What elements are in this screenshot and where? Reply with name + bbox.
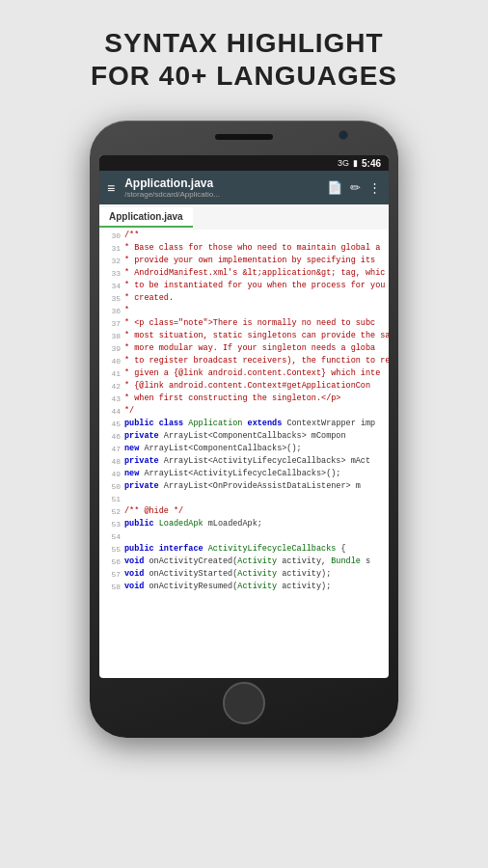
toolbar-title-group: Application.java /storage/sdcard/Applica… <box>124 176 321 199</box>
code-line: 35 * created. <box>99 292 389 305</box>
line-content: */ <box>124 405 134 418</box>
line-number: 46 <box>99 430 124 443</box>
line-content: void onActivityStarted(Activity activity… <box>124 568 331 581</box>
line-number: 49 <box>99 468 124 480</box>
line-number: 54 <box>99 530 124 543</box>
code-line: 42 * {@link android.content.Context#getA… <box>99 380 389 393</box>
code-line: 37 * <p class="note">There is normally n… <box>99 317 389 330</box>
line-content: * Base class for those who need to maint… <box>124 242 380 255</box>
headline-line1: SYNTAX HIGHLIGHT <box>104 28 383 58</box>
line-number: 32 <box>99 255 124 267</box>
line-number: 45 <box>99 418 124 430</box>
headline: SYNTAX HIGHLIGHT FOR 40+ LANGUAGES <box>71 0 417 111</box>
line-number: 58 <box>99 581 124 593</box>
line-number: 33 <box>99 267 124 280</box>
toolbar-subtitle: /storage/sdcard/Applicatio... <box>124 190 321 199</box>
headline-line2: FOR 40+ LANGUAGES <box>91 61 397 91</box>
line-number: 31 <box>99 242 124 255</box>
line-number: 35 <box>99 292 124 305</box>
line-content: void onActivityResumed(Activity activity… <box>124 581 331 593</box>
line-number: 44 <box>99 405 124 418</box>
line-content: * <box>124 305 129 317</box>
code-line: 51 <box>99 493 389 505</box>
phone-mockup: 3G ▮ 5:46 ≡ Application.java /storage/sd… <box>90 121 398 738</box>
line-content: * given a {@link android.content.Context… <box>124 367 380 380</box>
code-line: 56 void onActivityCreated(Activity activ… <box>99 556 389 568</box>
toolbar-actions: 📄 ✏ ⋮ <box>327 180 381 195</box>
line-content: * when first constructing the singleton.… <box>124 393 340 405</box>
code-line: 55 public interface ActivityLifecycleCal… <box>99 543 389 556</box>
battery-icon: ▮ <box>353 158 358 168</box>
code-line: 57 void onActivityStarted(Activity activ… <box>99 568 389 581</box>
line-content: * created. <box>124 292 174 305</box>
code-line: 44 */ <box>99 405 389 418</box>
phone-screen: 3G ▮ 5:46 ≡ Application.java /storage/sd… <box>99 155 389 678</box>
line-content: new ArrayList<ActivityLifecycleCallbacks… <box>124 468 340 480</box>
code-line: 54 <box>99 530 389 543</box>
file-icon[interactable]: 📄 <box>327 180 342 195</box>
line-content: private ArrayList<OnProvideAssistDataLis… <box>124 480 361 493</box>
more-icon[interactable]: ⋮ <box>368 180 381 195</box>
code-line: 34 * to be instantiated for you when the… <box>99 280 389 292</box>
code-line: 38 * most situation, static singletons c… <box>99 330 389 342</box>
line-number: 30 <box>99 230 124 242</box>
line-number: 53 <box>99 518 124 530</box>
line-content: public class Application extends Context… <box>124 418 375 430</box>
line-number: 48 <box>99 455 124 468</box>
network-indicator: 3G <box>338 158 349 168</box>
line-content: * provide your own implementation by spe… <box>124 255 375 267</box>
code-line: 46 private ArrayList<ComponentCallbacks>… <box>99 430 389 443</box>
file-tab[interactable]: Application.java <box>99 207 193 228</box>
line-content: * to be instantiated for you when the pr… <box>124 280 385 292</box>
line-number: 56 <box>99 556 124 568</box>
code-line: 47 new ArrayList<ComponentCallbacks>(); <box>99 443 389 455</box>
code-line: 40 * to register broadcast receivers), t… <box>99 355 389 367</box>
line-number: 41 <box>99 367 124 380</box>
line-content: /** @hide */ <box>124 505 183 518</box>
toolbar: ≡ Application.java /storage/sdcard/Appli… <box>99 171 389 204</box>
toolbar-title: Application.java <box>124 176 321 190</box>
line-content: void onActivityCreated(Activity activity… <box>124 556 370 568</box>
code-editor[interactable]: 30/**31 * Base class for those who need … <box>99 230 389 593</box>
code-line: 41 * given a {@link android.content.Cont… <box>99 367 389 380</box>
line-number: 39 <box>99 342 124 355</box>
code-line: 43 * when first constructing the singlet… <box>99 393 389 405</box>
code-line: 39 * more modular way. If your singleton… <box>99 342 389 355</box>
line-content: new ArrayList<ComponentCallbacks>(); <box>124 443 302 455</box>
phone-home-button[interactable] <box>223 682 265 724</box>
phone-speaker <box>215 134 273 140</box>
line-number: 36 <box>99 305 124 317</box>
code-line: 52 /** @hide */ <box>99 505 389 518</box>
line-number: 52 <box>99 505 124 518</box>
line-number: 40 <box>99 355 124 367</box>
code-line: 53 public LoadedApk mLoadedApk; <box>99 518 389 530</box>
line-content: * AndroidManifest.xml's &lt;application&… <box>124 267 385 280</box>
line-content: /** <box>124 230 139 242</box>
line-number: 42 <box>99 380 124 393</box>
code-line: 49 new ArrayList<ActivityLifecycleCallba… <box>99 468 389 480</box>
line-content: * {@link android.content.Context#getAppl… <box>124 380 370 393</box>
line-content: private ArrayList<ActivityLifecycleCallb… <box>124 455 370 468</box>
line-content: * to register broadcast receivers), the … <box>124 355 389 367</box>
edit-icon[interactable]: ✏ <box>350 180 361 195</box>
code-line: 31 * Base class for those who need to ma… <box>99 242 389 255</box>
code-line: 48 private ArrayList<ActivityLifecycleCa… <box>99 455 389 468</box>
line-number: 47 <box>99 443 124 455</box>
line-content: public interface ActivityLifecycleCallba… <box>124 543 346 556</box>
line-number: 37 <box>99 317 124 330</box>
line-number: 57 <box>99 568 124 581</box>
line-content: public LoadedApk mLoadedApk; <box>124 518 262 530</box>
line-number: 38 <box>99 330 124 342</box>
code-line: 45public class Application extends Conte… <box>99 418 389 430</box>
code-line: 50 private ArrayList<OnProvideAssistData… <box>99 480 389 493</box>
line-content: private ArrayList<ComponentCallbacks> mC… <box>124 430 346 443</box>
status-bar: 3G ▮ 5:46 <box>99 155 389 171</box>
menu-icon[interactable]: ≡ <box>107 180 115 196</box>
line-content: * most situation, static singletons can … <box>124 330 389 342</box>
code-line: 36 * <box>99 305 389 317</box>
code-line: 32 * provide your own implementation by … <box>99 255 389 267</box>
line-number: 51 <box>99 493 124 505</box>
line-number: 55 <box>99 543 124 556</box>
line-number: 43 <box>99 393 124 405</box>
line-content: * more modular way. If your singleton ne… <box>124 342 375 355</box>
